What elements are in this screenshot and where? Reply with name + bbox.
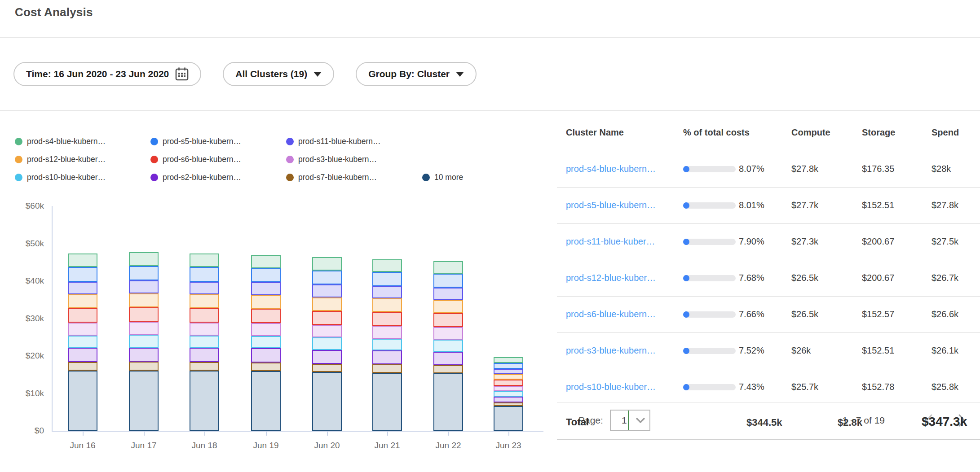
- bar-segment[interactable]: [433, 365, 463, 373]
- bar-segment[interactable]: [68, 323, 97, 336]
- bar-segment[interactable]: [68, 308, 97, 323]
- bar-segment[interactable]: [494, 397, 523, 402]
- bar-segment[interactable]: [251, 309, 281, 323]
- bar-segment[interactable]: [190, 282, 219, 294]
- bar-segment[interactable]: [312, 325, 342, 337]
- cluster-name-link[interactable]: prod-s11-blue-kuber…: [566, 236, 655, 247]
- legend-item[interactable]: prod-s6-blue-kubern…: [150, 153, 241, 165]
- bar-segment[interactable]: [129, 371, 159, 431]
- bar-segment[interactable]: [372, 364, 402, 372]
- bar-segment[interactable]: [494, 406, 523, 431]
- cluster-name-link[interactable]: prod-s10-blue-kuber…: [566, 382, 656, 392]
- bar-segment[interactable]: [190, 323, 219, 336]
- time-range-filter[interactable]: Time: 16 Jun 2020 - 23 Jun 2020: [13, 62, 201, 86]
- bar-segment[interactable]: [251, 282, 281, 295]
- bar-segment[interactable]: [68, 282, 97, 294]
- bar-segment[interactable]: [433, 300, 463, 313]
- bar-segment[interactable]: [129, 362, 159, 370]
- bar-segment[interactable]: [494, 386, 523, 392]
- bar-segment[interactable]: [312, 337, 342, 350]
- cluster-name-link[interactable]: prod-s4-blue-kubern…: [566, 164, 656, 174]
- legend-item[interactable]: prod-s4-blue-kubern…: [15, 135, 106, 147]
- bar-segment[interactable]: [372, 312, 402, 326]
- clusters-filter-dropdown[interactable]: All Clusters (19): [223, 62, 334, 86]
- bar-segment[interactable]: [251, 323, 281, 336]
- bar-segment[interactable]: [68, 348, 97, 362]
- bar-segment[interactable]: [68, 253, 97, 267]
- bar-segment[interactable]: [129, 322, 159, 335]
- bar-segment[interactable]: [251, 348, 281, 363]
- bar-segment[interactable]: [68, 267, 97, 282]
- bar-segment[interactable]: [433, 261, 463, 274]
- bar-segment[interactable]: [372, 298, 402, 312]
- bar-segment[interactable]: [312, 297, 342, 311]
- bar-segment[interactable]: [129, 293, 159, 307]
- bar-segment[interactable]: [494, 380, 523, 385]
- bar-segment[interactable]: [433, 313, 463, 327]
- legend-item[interactable]: prod-s7-blue-kubern…: [286, 171, 377, 183]
- bar-segment[interactable]: [68, 336, 97, 348]
- bar-segment[interactable]: [312, 271, 342, 285]
- bar-segment[interactable]: [68, 371, 97, 431]
- legend-item[interactable]: prod-s5-blue-kubern…: [150, 135, 241, 147]
- bar-segment[interactable]: [433, 274, 463, 288]
- group-by-dropdown[interactable]: Group By: Cluster: [356, 62, 477, 86]
- legend-item[interactable]: prod-s10-blue-kuber…: [15, 171, 106, 183]
- legend-item[interactable]: prod-s11-blue-kubern…: [286, 135, 381, 147]
- bar-segment[interactable]: [312, 350, 342, 364]
- bar-segment[interactable]: [372, 373, 402, 431]
- bar-segment[interactable]: [68, 294, 97, 308]
- bar-segment[interactable]: [129, 280, 159, 293]
- bar-segment[interactable]: [433, 340, 463, 352]
- legend-item[interactable]: prod-s2-blue-kubern…: [150, 171, 241, 183]
- cluster-name-link[interactable]: prod-s5-blue-kubern…: [566, 200, 656, 210]
- bar-segment[interactable]: [251, 268, 281, 283]
- bar-segment[interactable]: [190, 253, 219, 267]
- bar-segment[interactable]: [251, 255, 281, 268]
- bar-segment[interactable]: [129, 348, 159, 362]
- bar-segment[interactable]: [129, 266, 159, 281]
- bar-segment[interactable]: [190, 267, 219, 282]
- bar-segment[interactable]: [190, 336, 219, 348]
- bar-segment[interactable]: [372, 350, 402, 364]
- bar-segment[interactable]: [494, 402, 523, 406]
- bar-segment[interactable]: [312, 364, 342, 372]
- bar-segment[interactable]: [433, 288, 463, 300]
- bar-segment[interactable]: [372, 286, 402, 299]
- bar-segment[interactable]: [372, 272, 402, 286]
- bar-segment[interactable]: [129, 307, 159, 322]
- bar-segment[interactable]: [372, 339, 402, 351]
- bar-segment[interactable]: [68, 362, 97, 371]
- bar-segment[interactable]: [312, 284, 342, 297]
- bar-segment[interactable]: [494, 391, 523, 397]
- bar-segment[interactable]: [312, 311, 342, 325]
- bar-segment[interactable]: [129, 335, 159, 347]
- bar-segment[interactable]: [312, 372, 342, 431]
- bar-segment[interactable]: [129, 252, 159, 266]
- bar-segment[interactable]: [251, 295, 281, 309]
- legend-item[interactable]: prod-s12-blue-kuber…: [15, 153, 106, 165]
- bar-segment[interactable]: [433, 327, 463, 340]
- bar-segment[interactable]: [494, 369, 523, 374]
- legend-item[interactable]: prod-s3-blue-kubern…: [286, 153, 377, 165]
- bar-segment[interactable]: [251, 336, 281, 349]
- cluster-name-link[interactable]: prod-s12-blue-kuber…: [566, 273, 656, 283]
- bar-segment[interactable]: [251, 371, 281, 431]
- bar-segment[interactable]: [251, 363, 281, 371]
- bar-segment[interactable]: [190, 308, 219, 323]
- bar-segment[interactable]: [494, 357, 523, 363]
- bar-segment[interactable]: [372, 326, 402, 338]
- cluster-name-link[interactable]: prod-s6-blue-kubern…: [566, 309, 656, 319]
- bar-segment[interactable]: [433, 352, 463, 365]
- legend-item[interactable]: 10 more: [422, 171, 463, 183]
- bar-segment[interactable]: [190, 362, 219, 371]
- bar-segment[interactable]: [190, 371, 219, 431]
- bar-segment[interactable]: [494, 363, 523, 369]
- bar-segment[interactable]: [494, 374, 523, 380]
- bar-segment[interactable]: [190, 294, 219, 308]
- bar-segment[interactable]: [312, 257, 342, 270]
- bar-segment[interactable]: [372, 259, 402, 272]
- cluster-name-link[interactable]: prod-s3-blue-kubern…: [566, 345, 656, 356]
- bar-segment[interactable]: [433, 373, 463, 431]
- bar-segment[interactable]: [190, 348, 219, 362]
